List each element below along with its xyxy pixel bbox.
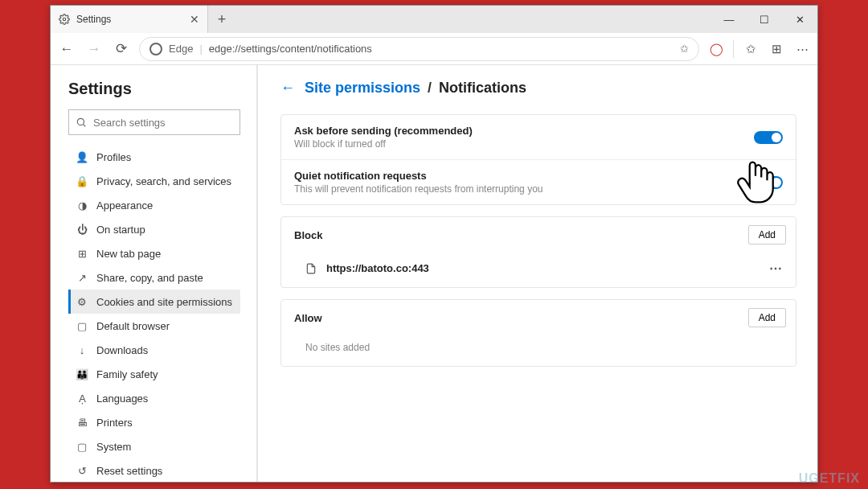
allow-title: Allow [294,312,322,324]
allow-section-card: Allow Add No sites added [280,299,796,367]
setting-desc: This will prevent notification requests … [294,183,754,195]
setting-desc: Will block if turned off [294,138,754,150]
browser-tab[interactable]: Settings ✕ [51,6,208,33]
edge-icon [149,43,162,55]
favorites-icon[interactable]: ✩ [742,42,760,56]
blocked-site-row: https://batoto.co:443 ⋯ [281,253,796,287]
sidebar-item-label: On startup [96,224,145,236]
browser-toolbar: ← → ⟳ Edge | edge://settings/content/not… [51,33,817,65]
toolbar-separator [733,40,734,58]
share-icon: ↗ [76,271,88,284]
breadcrumb-link[interactable]: Site permissions [305,80,420,96]
breadcrumb: Site permissions / Notifications [305,80,526,97]
sidebar-item-downloads[interactable]: ↓Downloads [68,338,240,362]
ask-before-sending-toggle[interactable] [754,131,783,144]
titlebar: Settings ✕ + — ☐ ✕ [51,6,817,33]
sidebar-item-label: Languages [96,392,148,405]
newtab-icon: ⊞ [76,247,88,260]
sidebar-item-system[interactable]: ▢System [68,434,240,458]
setting-title: Quiet notification requests [294,170,754,182]
address-url: edge://settings/content/notifications [209,43,372,55]
sidebar-item-label: New tab page [96,248,161,260]
language-icon: Ạ [76,392,88,405]
address-bar[interactable]: Edge | edge://settings/content/notificat… [139,37,699,61]
sidebar-item-label: Default browser [96,320,170,332]
back-button[interactable]: ← [57,41,76,57]
search-settings-input[interactable] [93,117,233,129]
content-area: Settings 👤Profiles 🔒Privacy, search, and… [51,65,817,482]
sidebar-item-reset[interactable]: ↺Reset settings [68,458,240,482]
sidebar-item-label: Printers [96,417,133,429]
sidebar-item-languages[interactable]: ẠLanguages [68,386,240,410]
document-icon [305,263,317,274]
sidebar-item-privacy[interactable]: 🔒Privacy, search, and services [68,169,240,193]
sidebar-item-label: Family safety [96,368,158,380]
toggle-settings-card: Ask before sending (recommended) Will bl… [280,114,796,205]
block-section-card: Block Add https://batoto.co:443 ⋯ [280,216,796,288]
quiet-notification-row: Quiet notification requests This will pr… [281,159,796,204]
settings-sidebar: Settings 👤Profiles 🔒Privacy, search, and… [51,65,258,482]
system-icon: ▢ [76,440,88,453]
sidebar-item-startup[interactable]: ⏻On startup [68,217,240,241]
refresh-button[interactable]: ⟳ [112,40,131,57]
sidebar-item-newtab[interactable]: ⊞New tab page [68,241,240,265]
sidebar-item-share[interactable]: ↗Share, copy, and paste [68,265,240,290]
sidebar-item-default-browser[interactable]: ▢Default browser [68,314,240,338]
favorite-star-icon[interactable]: ✩ [680,43,689,55]
blocked-site-url: https://batoto.co:443 [326,262,429,274]
sidebar-item-family[interactable]: 👪Family safety [68,362,240,386]
gear-icon [59,14,70,25]
allow-section-header: Allow Add [281,300,796,335]
svg-line-2 [84,125,86,127]
watermark: UGETFIX [799,471,860,486]
tab-title: Settings [76,14,111,25]
close-tab-icon[interactable]: ✕ [190,13,199,26]
search-settings-box[interactable] [68,109,240,135]
sidebar-item-printers[interactable]: 🖶Printers [68,410,240,434]
family-icon: 👪 [76,368,88,380]
maximize-button[interactable]: ☐ [747,6,782,33]
svg-point-1 [77,118,84,125]
forward-button[interactable]: → [84,41,104,57]
block-title: Block [294,229,322,241]
site-more-icon[interactable]: ⋯ [769,261,783,276]
address-label: Edge [169,43,193,55]
block-add-button[interactable]: Add [748,225,786,244]
appearance-icon: ◑ [76,199,88,212]
sidebar-item-label: Appearance [96,199,153,212]
search-icon [76,117,87,128]
quiet-notification-toggle[interactable] [754,176,783,189]
breadcrumb-current: Notifications [439,80,526,96]
reset-icon: ↺ [76,464,88,477]
minimize-button[interactable]: — [711,6,747,33]
breadcrumb-back-icon[interactable]: ← [280,80,295,97]
close-window-button[interactable]: ✕ [782,6,817,33]
sidebar-item-label: System [96,441,131,453]
more-menu-icon[interactable]: ⋯ [793,42,811,56]
power-icon: ⏻ [76,223,88,236]
extension-opera-icon[interactable]: ◯ [707,42,725,56]
breadcrumb-separator: / [428,80,432,96]
browser-window: Settings ✕ + — ☐ ✕ ← → ⟳ Edge | edge://s… [50,5,818,483]
settings-menu: 👤Profiles 🔒Privacy, search, and services… [68,145,240,482]
sidebar-item-appearance[interactable]: ◑Appearance [68,193,240,217]
setting-title: Ask before sending (recommended) [294,125,754,137]
sidebar-item-label: Cookies and site permissions [96,296,232,308]
browser-icon: ▢ [76,319,88,332]
sidebar-item-cookies[interactable]: ⚙Cookies and site permissions [68,290,240,314]
sidebar-title: Settings [68,80,240,98]
block-section-header: Block Add [281,217,796,253]
sidebar-item-label: Profiles [96,151,131,163]
sidebar-item-profiles[interactable]: 👤Profiles [68,145,240,169]
sidebar-item-label: Downloads [96,344,148,356]
allow-add-button[interactable]: Add [748,308,786,327]
allow-empty-text: No sites added [281,335,796,366]
new-tab-button[interactable]: + [208,6,235,33]
lock-icon: 🔒 [76,175,88,187]
cookies-icon: ⚙ [76,295,88,308]
ask-before-sending-row: Ask before sending (recommended) Will bl… [281,115,796,159]
address-separator: | [199,43,202,55]
sidebar-item-label: Reset settings [96,465,162,477]
sidebar-item-label: Share, copy, and paste [96,272,203,284]
collections-icon[interactable]: ⊞ [768,42,785,56]
